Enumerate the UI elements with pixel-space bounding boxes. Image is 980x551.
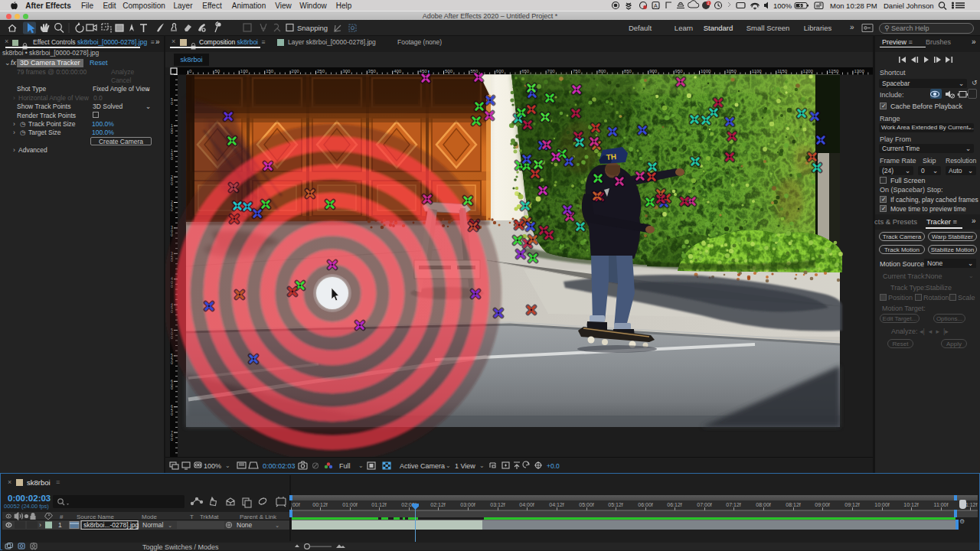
svg-text:100%: 100% — [773, 2, 792, 10]
svg-text:+0.0: +0.0 — [547, 462, 560, 470]
svg-text:08:00f: 08:00f — [756, 502, 771, 507]
svg-text:700: 700 — [171, 430, 173, 442]
svg-text:05:12f: 05:12f — [608, 502, 623, 507]
svg-text:600: 600 — [171, 379, 173, 391]
svg-text:⌄: ⌄ — [446, 462, 451, 469]
svg-text:300: 300 — [171, 225, 173, 237]
svg-text:⌄: ⌄ — [479, 462, 485, 469]
svg-text:00:12f: 00:12f — [312, 502, 328, 507]
svg-text:01:00f: 01:00f — [342, 502, 358, 507]
svg-text:T: T — [190, 514, 194, 520]
svg-text:05:00f: 05:00f — [579, 502, 594, 507]
svg-text:Mon 10:28 PM: Mon 10:28 PM — [830, 2, 877, 10]
svg-text:04:00f: 04:00f — [519, 502, 534, 507]
svg-text:Standard: Standard — [704, 24, 733, 32]
svg-text:06:12f: 06:12f — [667, 502, 682, 507]
svg-text:›: › — [39, 521, 41, 529]
svg-text:100: 100 — [171, 123, 173, 135]
svg-text:100%: 100% — [204, 462, 221, 470]
svg-text:11:00f: 11:00f — [934, 502, 949, 507]
svg-text:06:00f: 06:00f — [638, 502, 653, 507]
svg-text:150: 150 — [171, 148, 173, 161]
svg-text:0:00:02:03: 0:00:02:03 — [263, 462, 296, 470]
svg-text:03:12f: 03:12f — [490, 502, 505, 507]
svg-text:A: A — [654, 3, 658, 8]
svg-text:03:00f: 03:00f — [460, 502, 475, 507]
svg-text:TrkMat: TrkMat — [200, 514, 219, 520]
svg-text:01:12f: 01:12f — [371, 502, 387, 507]
svg-text:1 View: 1 View — [455, 462, 475, 470]
svg-text::00f: :00f — [291, 502, 300, 507]
svg-text:50: 50 — [214, 69, 220, 73]
svg-text:Default: Default — [629, 24, 652, 32]
svg-text:Mode: Mode — [142, 514, 158, 520]
svg-text:07:12f: 07:12f — [726, 502, 741, 507]
svg-text:10:12f: 10:12f — [903, 502, 919, 507]
svg-text:Full: Full — [339, 462, 351, 470]
svg-text:#: # — [60, 514, 64, 520]
svg-text:200: 200 — [171, 174, 173, 187]
svg-text:Parent & Link: Parent & Link — [240, 514, 277, 520]
svg-text:Active Camera: Active Camera — [400, 462, 445, 470]
svg-text:»: » — [850, 23, 854, 31]
svg-text:⌄: ⌄ — [358, 462, 364, 469]
svg-text:TH: TH — [606, 152, 616, 161]
svg-text:10:00f: 10:00f — [874, 502, 890, 507]
svg-text:50: 50 — [171, 97, 173, 106]
svg-text:09:00f: 09:00f — [815, 502, 830, 507]
svg-text:sk8rboi...-0278].jpg: sk8rboi...-0278].jpg — [83, 521, 139, 529]
svg-text:None: None — [237, 521, 253, 529]
svg-text:⌄: ⌄ — [168, 522, 172, 529]
svg-text:⌄: ⌄ — [225, 462, 230, 469]
svg-text:Daniel Johnson: Daniel Johnson — [884, 2, 934, 10]
svg-text:09:12f: 09:12f — [844, 502, 860, 507]
svg-text:Small Screen: Small Screen — [746, 24, 790, 32]
svg-text:Snapping: Snapping — [297, 24, 328, 32]
svg-text:Source Name: Source Name — [77, 514, 114, 520]
svg-text:250: 250 — [171, 200, 173, 212]
svg-text:07:00f: 07:00f — [697, 502, 712, 507]
svg-text:04:12f: 04:12f — [549, 502, 564, 507]
svg-text:650: 650 — [171, 404, 173, 416]
svg-text:Normal: Normal — [142, 521, 164, 529]
svg-text:02:12f: 02:12f — [430, 502, 446, 507]
svg-text:⌄: ⌄ — [275, 522, 279, 529]
svg-text:Learn: Learn — [675, 24, 693, 32]
svg-text:08:12f: 08:12f — [786, 502, 801, 507]
svg-text:Libraries: Libraries — [804, 24, 832, 32]
svg-text:550: 550 — [171, 353, 173, 365]
svg-text:1: 1 — [58, 521, 62, 529]
